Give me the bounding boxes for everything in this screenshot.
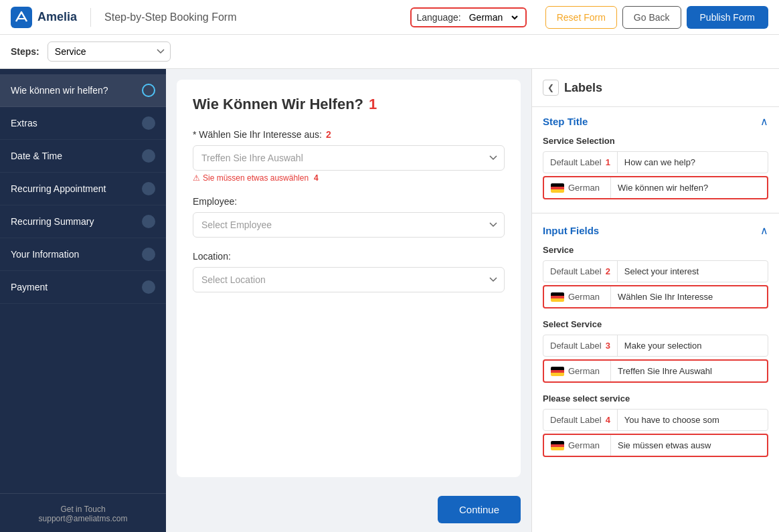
- service-default-value: Select your interest: [618, 261, 768, 282]
- step-title-section-label: Step Title: [543, 116, 588, 127]
- please-select-service-default-value: You have to choose som: [618, 410, 768, 430]
- sidebar-dot: [142, 182, 155, 195]
- service-default-num: 2: [606, 266, 610, 276]
- go-back-button[interactable]: Go Back: [622, 6, 681, 29]
- flag-de-icon: [551, 441, 564, 450]
- sidebar-item-recurring-summary[interactable]: Recurring Summary: [0, 205, 166, 238]
- reset-form-button[interactable]: Reset Form: [545, 6, 617, 29]
- form-panel: Wie Können Wir Helfen? 1 * Wählen Sie Ih…: [177, 80, 521, 477]
- employee-field: Employee: Select Employee: [193, 196, 505, 238]
- service-label-text: * Wählen Sie Ihr Interesse aus:: [193, 129, 322, 140]
- select-service-german-value: Treffen Sie Ihre Auswahl: [611, 361, 767, 381]
- sidebar-footer-get-in-touch: Get in Touch: [11, 505, 155, 514]
- error-text: Sie müssen etwas auswählen: [203, 173, 309, 183]
- please-select-service-group: Please select service Default Label 4 Yo…: [532, 393, 779, 468]
- sidebar-item-label: Payment: [11, 282, 48, 292]
- service-default-row: Default Label 2 Select your interest: [543, 260, 768, 282]
- service-selection-group: Service Selection Default Label 1 How ca…: [532, 136, 779, 210]
- steps-select[interactable]: Service Extras Date & Time Recurring App…: [48, 41, 171, 62]
- service-german-value: Wählen Sie Ihr Interesse: [611, 286, 767, 307]
- select-service-german-key: German: [544, 361, 611, 381]
- logo-text: Amelia: [37, 10, 77, 24]
- service-label-num: 2: [326, 129, 331, 140]
- sidebar-item-payment[interactable]: Payment: [0, 271, 166, 304]
- header: Amelia Step-by-Step Booking Form Languag…: [0, 0, 779, 35]
- header-buttons: Reset Form Go Back Publish Form: [545, 6, 768, 29]
- select-service-default-key: Default Label 3: [543, 335, 618, 356]
- divider: [532, 213, 779, 213]
- labels-title: Labels: [564, 81, 602, 95]
- language-section: Language: German English French: [410, 7, 527, 27]
- employee-select[interactable]: Select Employee: [193, 212, 505, 238]
- employee-label: Employee:: [193, 196, 505, 207]
- input-fields-toggle-icon: ∧: [760, 224, 768, 237]
- service-selection-german-value: Wie können wir helfen?: [611, 177, 767, 198]
- service-select-wrapper: Treffen Sie Ihre Auswahl: [193, 145, 505, 171]
- sidebar-item-label: Your Information: [11, 249, 79, 260]
- sidebar-dot: [142, 116, 155, 130]
- amelia-logo: [11, 7, 32, 28]
- select-service-title: Select Service: [543, 319, 768, 329]
- service-german-row: German Wählen Sie Ihr Interesse: [543, 285, 768, 308]
- steps-label: Steps:: [11, 46, 39, 57]
- header-divider: [90, 8, 91, 27]
- select-service-default-row: Default Label 3 Make your selection: [543, 335, 768, 357]
- please-select-service-german-value: Sie müssen etwas ausw: [611, 435, 767, 456]
- input-fields-section-header[interactable]: Input Fields ∧: [532, 216, 779, 245]
- step-title-section-header[interactable]: Step Title ∧: [532, 107, 779, 136]
- service-field: * Wählen Sie Ihr Interesse aus: 2 Treffe…: [193, 129, 505, 183]
- form-title: Wie Können Wir Helfen? 1: [193, 96, 505, 113]
- please-select-service-default-key: Default Label 4: [543, 410, 618, 430]
- location-select-wrapper: Select Location: [193, 267, 505, 292]
- labels-panel: ❮ Labels Step Title ∧ Service Selection …: [531, 69, 779, 532]
- content-area: Wie Können Wir Helfen? 1 * Wählen Sie Ih…: [166, 69, 531, 532]
- select-service-german-row: German Treffen Sie Ihre Auswahl: [543, 359, 768, 383]
- flag-de-icon: [551, 183, 564, 193]
- service-field-label: * Wählen Sie Ihr Interesse aus: 2: [193, 129, 505, 140]
- please-select-service-german-key: German: [544, 435, 611, 456]
- service-selection-german-row: German Wie können wir helfen?: [543, 176, 768, 199]
- sidebar-dot: [142, 149, 155, 163]
- steps-bar: Steps: Service Extras Date & Time Recurr…: [0, 35, 779, 69]
- select-service-group: Select Service Default Label 3 Make your…: [532, 319, 779, 393]
- sidebar-item-label: Recurring Appointment: [11, 183, 106, 194]
- sidebar-footer: Get in Touch support@ameliatms.com: [0, 493, 166, 532]
- sidebar-item-label: Date & Time: [11, 151, 62, 161]
- location-label: Location:: [193, 251, 505, 262]
- continue-button[interactable]: Continue: [438, 496, 521, 523]
- sidebar-item-service[interactable]: Wie können wir helfen?: [0, 74, 166, 107]
- sidebar: Wie können wir helfen? Extras Date & Tim…: [0, 69, 166, 532]
- sidebar-dot: [142, 215, 155, 228]
- service-group-title: Service: [543, 245, 768, 255]
- sidebar-item-datetime[interactable]: Date & Time: [0, 140, 166, 173]
- publish-form-button[interactable]: Publish Form: [687, 6, 768, 29]
- service-selection-default-row: Default Label 1 How can we help?: [543, 151, 768, 173]
- please-select-service-default-row: Default Label 4 You have to choose som: [543, 409, 768, 431]
- service-selection-german-key: German: [544, 177, 611, 198]
- sidebar-footer-email: support@ameliatms.com: [11, 514, 155, 523]
- sidebar-dot: [142, 280, 155, 294]
- employee-select-wrapper: Select Employee: [193, 212, 505, 238]
- language-select[interactable]: German English French: [466, 11, 520, 23]
- location-select[interactable]: Select Location: [193, 267, 505, 292]
- sidebar-dot: [142, 248, 155, 261]
- sidebar-item-recurring-appointment[interactable]: Recurring Appointment: [0, 173, 166, 205]
- sidebar-dot-active: [142, 84, 155, 97]
- service-select[interactable]: Treffen Sie Ihre Auswahl: [193, 145, 505, 171]
- header-title: Step-by-Step Booking Form: [104, 11, 236, 23]
- select-service-default-value: Make your selection: [618, 335, 768, 356]
- collapse-button[interactable]: ❮: [543, 80, 559, 96]
- form-title-text: Wie Können Wir Helfen?: [193, 96, 363, 113]
- sidebar-item-your-information[interactable]: Your Information: [0, 238, 166, 271]
- svg-rect-0: [11, 7, 32, 28]
- labels-header: ❮ Labels: [532, 69, 779, 107]
- flag-de-icon: [551, 367, 564, 376]
- sidebar-item-extras[interactable]: Extras: [0, 107, 166, 140]
- location-field: Location: Select Location: [193, 251, 505, 292]
- service-group: Service Default Label 2 Select your inte…: [532, 245, 779, 319]
- error-icon: ⚠: [193, 173, 200, 183]
- form-title-number: 1: [369, 96, 377, 113]
- service-selection-title: Service Selection: [543, 136, 768, 146]
- input-fields-section-label: Input Fields: [543, 225, 599, 236]
- logo-area: Amelia: [11, 7, 77, 28]
